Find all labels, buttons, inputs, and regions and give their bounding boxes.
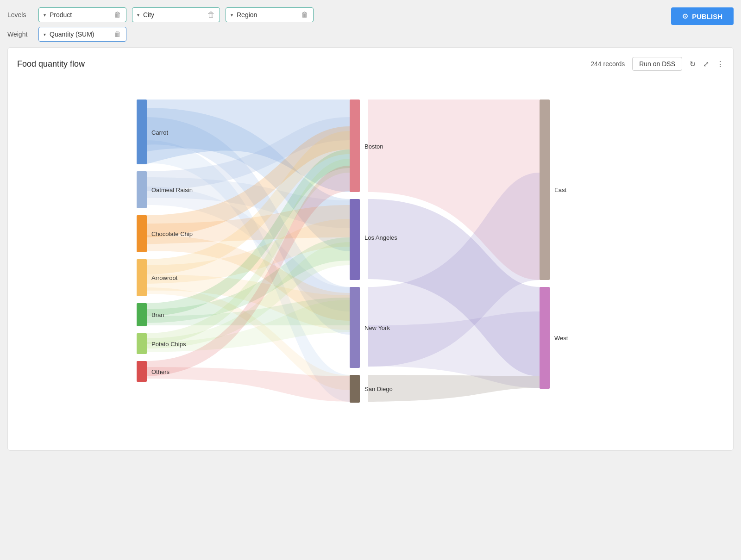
- city-pill-text: City: [143, 11, 204, 19]
- boston-label: Boston: [364, 143, 383, 150]
- weight-pill[interactable]: ▾ Quantity (SUM) 🗑: [38, 27, 126, 42]
- publish-button[interactable]: ⊙ PUBLISH: [671, 7, 734, 25]
- new-york-label: New York: [364, 324, 390, 331]
- oatmeal-raisin-label: Oatmeal Raisin: [151, 187, 193, 193]
- arrowroot-node: [137, 259, 147, 296]
- arrowroot-label: Arrowroot: [151, 274, 178, 281]
- levels-row: Levels ▾ Product 🗑 ▾ City 🗑 ▾ Region 🗑: [7, 7, 314, 22]
- los-angeles-node: [350, 199, 360, 280]
- expand-icon[interactable]: ⤢: [703, 60, 709, 68]
- others-node: [137, 361, 147, 382]
- others-label: Others: [151, 368, 170, 375]
- region-pill[interactable]: ▾ Region 🗑: [226, 7, 314, 22]
- east-node: [540, 100, 550, 280]
- weight-pill-text: Quantity (SUM): [50, 31, 110, 38]
- carrot-label: Carrot: [151, 129, 169, 136]
- chart-title: Food quantity flow: [17, 59, 85, 69]
- region-pill-text: Region: [237, 11, 297, 19]
- chart-card: Food quantity flow 244 records Run on DS…: [7, 47, 734, 451]
- oatmeal-raisin-node: [137, 171, 147, 208]
- chevron-icon: ▾: [44, 32, 46, 37]
- publish-icon: ⊙: [682, 12, 688, 20]
- top-controls: Levels ▾ Product 🗑 ▾ City 🗑 ▾ Region 🗑 W…: [7, 7, 734, 42]
- potato-chips-node: [137, 333, 147, 354]
- delete-region-icon[interactable]: 🗑: [301, 11, 308, 19]
- carrot-node: [137, 100, 147, 164]
- delete-product-icon[interactable]: 🗑: [114, 11, 121, 19]
- chart-header: Food quantity flow 244 records Run on DS…: [17, 57, 724, 71]
- weight-label: Weight: [7, 31, 33, 38]
- weight-row: Weight ▾ Quantity (SUM) 🗑: [7, 27, 314, 42]
- controls-left: Levels ▾ Product 🗑 ▾ City 🗑 ▾ Region 🗑 W…: [7, 7, 314, 42]
- new-york-node: [350, 287, 360, 368]
- chocolate-chip-label: Chocolate Chip: [151, 230, 193, 237]
- publish-label: PUBLISH: [692, 12, 722, 20]
- east-label: East: [554, 187, 566, 193]
- levels-label: Levels: [7, 11, 33, 19]
- city-pill[interactable]: ▾ City 🗑: [132, 7, 220, 22]
- boston-node: [350, 100, 360, 192]
- chocolate-chip-node: [137, 215, 147, 252]
- los-angeles-label: Los Angeles: [364, 234, 397, 241]
- potato-chips-label: Potato Chips: [151, 341, 186, 348]
- san-diego-label: San Diego: [364, 386, 393, 392]
- bran-node: [137, 303, 147, 326]
- product-pill[interactable]: ▾ Product 🗑: [38, 7, 126, 22]
- delete-city-icon[interactable]: 🗑: [207, 11, 215, 19]
- san-diego-node: [350, 375, 360, 403]
- west-label: West: [554, 335, 568, 342]
- chevron-icon: ▾: [137, 12, 139, 18]
- records-count: 244 records: [590, 60, 625, 68]
- chevron-icon: ▾: [231, 12, 233, 18]
- bran-label: Bran: [151, 311, 164, 318]
- refresh-icon[interactable]: ↻: [690, 60, 696, 68]
- chart-header-right: 244 records Run on DSS ↻ ⤢ ⋮: [590, 57, 724, 71]
- more-icon[interactable]: ⋮: [716, 60, 724, 68]
- sankey-chart: Carrot Oatmeal Raisin Chocolate Chip Arr…: [17, 80, 724, 441]
- west-node: [540, 287, 550, 389]
- product-pill-text: Product: [50, 11, 110, 19]
- delete-weight-icon[interactable]: 🗑: [114, 30, 121, 38]
- run-dss-button[interactable]: Run on DSS: [632, 57, 682, 71]
- chevron-icon: ▾: [44, 12, 46, 18]
